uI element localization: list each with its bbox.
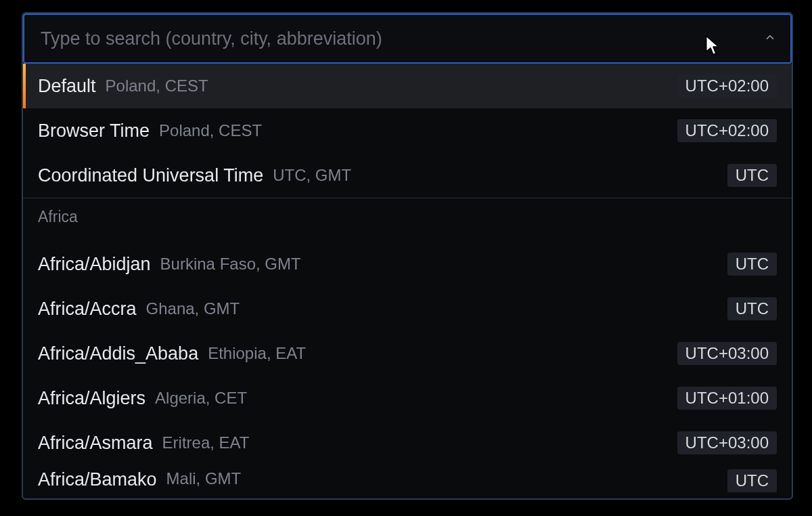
tz-option-default[interactable]: Default Poland, CEST UTC+02:00 xyxy=(23,64,792,108)
utc-offset-badge: UTC+02:00 xyxy=(677,119,777,143)
option-name: Africa/Algiers xyxy=(38,388,145,409)
tz-option-africa-abidjan[interactable]: Africa/Abidjan Burkina Faso, GMT UTC xyxy=(23,242,792,286)
option-sub: UTC, GMT xyxy=(273,166,351,185)
tz-option-utc[interactable]: Coordinated Universal Time UTC, GMT UTC xyxy=(23,153,792,198)
utc-offset-badge: UTC xyxy=(727,469,777,492)
option-sub: Ethiopia, EAT xyxy=(208,344,306,363)
utc-offset-badge: UTC xyxy=(727,253,777,276)
utc-offset-badge: UTC+03:00 xyxy=(677,342,777,366)
group-label: Africa xyxy=(38,208,78,226)
utc-offset-badge: UTC+02:00 xyxy=(677,74,777,98)
utc-offset-badge: UTC xyxy=(727,164,777,188)
group-header-africa: Africa xyxy=(23,198,792,235)
option-name: Coordinated Universal Time xyxy=(38,165,263,186)
tz-option-africa-addis-ababa[interactable]: Africa/Addis_Ababa Ethiopia, EAT UTC+03:… xyxy=(23,331,792,376)
option-list[interactable]: Default Poland, CEST UTC+02:00 Browser T… xyxy=(23,64,792,498)
option-sub: Mali, GMT xyxy=(166,469,242,488)
option-sub: Ghana, GMT xyxy=(146,299,240,318)
option-name: Browser Time xyxy=(38,121,150,142)
tz-option-africa-bamako[interactable]: Africa/Bamako Mali, GMT UTC xyxy=(23,465,792,492)
option-name: Default xyxy=(38,76,96,97)
utc-offset-badge: UTC xyxy=(727,297,777,321)
search-row xyxy=(23,14,792,64)
chevron-up-icon xyxy=(764,31,776,46)
option-name: Africa/Addis_Ababa xyxy=(38,343,198,364)
option-name: Africa/Abidjan xyxy=(38,254,151,275)
option-sub: Poland, CEST xyxy=(106,77,208,95)
option-sub: Eritrea, EAT xyxy=(162,433,250,452)
tz-option-africa-asmara[interactable]: Africa/Asmara Eritrea, EAT UTC+03:00 xyxy=(23,421,792,465)
option-sub: Poland, CEST xyxy=(159,121,262,140)
timezone-dropdown: Default Poland, CEST UTC+02:00 Browser T… xyxy=(22,12,793,500)
option-name: Africa/Bamako xyxy=(38,469,157,490)
tz-option-browser-time[interactable]: Browser Time Poland, CEST UTC+02:00 xyxy=(23,108,792,153)
group-spacer xyxy=(23,235,792,242)
utc-offset-badge: UTC+01:00 xyxy=(677,387,777,410)
option-sub: Algeria, CET xyxy=(155,389,247,408)
tz-option-africa-accra[interactable]: Africa/Accra Ghana, GMT UTC xyxy=(23,286,792,331)
collapse-button[interactable] xyxy=(750,15,790,62)
option-name: Africa/Asmara xyxy=(38,433,153,454)
option-name: Africa/Accra xyxy=(38,299,137,320)
search-input[interactable] xyxy=(24,15,750,62)
option-sub: Burkina Faso, GMT xyxy=(160,255,301,274)
tz-option-africa-algiers[interactable]: Africa/Algiers Algeria, CET UTC+01:00 xyxy=(23,376,792,421)
utc-offset-badge: UTC+03:00 xyxy=(677,431,777,455)
